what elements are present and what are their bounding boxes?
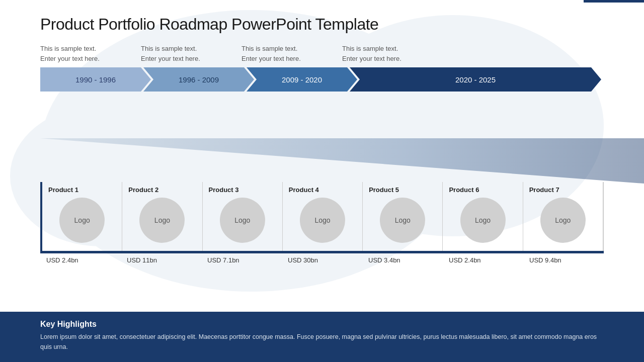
product-3-value: USD 7.1bn	[201, 253, 282, 267]
product-5-label: Product 5	[369, 186, 436, 194]
main-content: Product Portfolio Roadmap PowerPoint Tem…	[0, 0, 644, 92]
products-section: Product 1 Logo Product 2 Logo Product 3 …	[40, 182, 604, 267]
product-1-value: USD 2.4bn	[40, 253, 121, 267]
timeline-segment-2: 1996 - 2009	[143, 67, 254, 92]
product-2-value: USD 11bn	[121, 253, 201, 267]
key-highlights-title: Key Highlights	[40, 320, 604, 329]
timeline: 1990 - 1996 1996 - 2009 2009 - 2020 2020…	[40, 67, 614, 92]
triangle-decoration	[40, 138, 644, 184]
product-col-4: Product 4 Logo	[283, 182, 363, 251]
svg-marker-3	[40, 138, 644, 184]
products-grid: Product 1 Logo Product 2 Logo Product 3 …	[40, 182, 604, 251]
product-col-3: Product 3 Logo	[203, 182, 283, 251]
product-7-label: Product 7	[529, 186, 597, 194]
product-col-1: Product 1 Logo	[42, 182, 122, 251]
product-col-7: Product 7 Logo	[523, 182, 603, 251]
timeline-segment-3: 2009 - 2020	[247, 67, 357, 92]
sample-text-4: This is sample text. Enter your text her…	[342, 44, 443, 63]
timeline-segment-1: 1990 - 1996	[40, 67, 151, 92]
product-6-label: Product 6	[449, 186, 516, 194]
product-col-2: Product 2 Logo	[122, 182, 202, 251]
sample-text-2: This is sample text. Enter your text her…	[141, 44, 242, 63]
timeline-segment-4: 2020 - 2025	[350, 67, 601, 92]
product-5-logo: Logo	[380, 198, 425, 243]
product-4-logo: Logo	[300, 198, 345, 243]
product-col-5: Product 5 Logo	[363, 182, 443, 251]
product-7-logo: Logo	[540, 198, 586, 243]
key-highlights-section: Key Highlights Lorem ipsum dolor sit ame…	[0, 312, 644, 362]
product-4-label: Product 4	[289, 186, 356, 194]
triangle-svg	[40, 138, 644, 184]
sample-text-1: This is sample text. Enter your text her…	[40, 44, 141, 63]
product-6-logo: Logo	[460, 198, 506, 243]
product-4-value: USD 30bn	[282, 253, 362, 267]
product-5-value: USD 3.4bn	[362, 253, 443, 267]
product-col-6: Product 6 Logo	[443, 182, 523, 251]
product-3-logo: Logo	[220, 198, 265, 243]
product-6-value: USD 2.4bn	[443, 253, 523, 267]
product-1-label: Product 1	[48, 186, 116, 194]
product-values-row: USD 2.4bn USD 11bn USD 7.1bn USD 30bn US…	[40, 253, 604, 267]
product-2-label: Product 2	[128, 186, 196, 194]
page-title: Product Portfolio Roadmap PowerPoint Tem…	[40, 15, 614, 34]
product-3-label: Product 3	[209, 186, 276, 194]
key-highlights-text: Lorem ipsum dolor sit amet, consectetuer…	[40, 332, 604, 352]
product-2-logo: Logo	[139, 198, 185, 243]
product-1-logo: Logo	[59, 198, 105, 243]
sample-text-3: This is sample text. Enter your text her…	[242, 44, 342, 63]
slide: Product Portfolio Roadmap PowerPoint Tem…	[0, 0, 644, 362]
product-7-value: USD 9.4bn	[523, 253, 604, 267]
sample-texts-row: This is sample text. Enter your text her…	[40, 44, 614, 63]
